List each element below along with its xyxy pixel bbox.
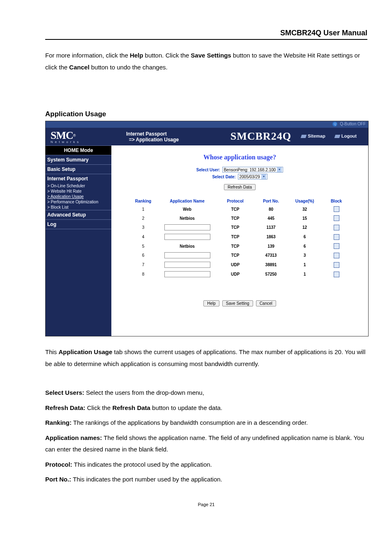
logout-link[interactable]: Logout [331,134,361,138]
cell-block [322,233,351,241]
sidebar-mode: HOME Mode [46,145,111,155]
sidebar-item[interactable]: Advanced Setup [46,210,111,219]
cell-block [322,270,351,279]
cell-protocol: TCP [217,214,254,222]
table-row: 2NetbiosTCP44515 [129,214,351,222]
th-appname: Application Name [158,198,217,204]
cell-port: 445 [254,214,288,222]
cell-protocol: TCP [217,233,254,241]
qbutton-label: Q-Button OFF [340,122,366,126]
cell-block [322,205,351,213]
th-port: Port No. [254,198,288,204]
usage-table: Ranking Application Name Protocol Port N… [129,197,351,279]
cell-appname: Netbios [158,214,217,222]
field-description: Protocol: This indicates the protocol us… [45,459,367,471]
cell-protocol: TCP [217,223,254,232]
table-row: 8UDP572501 [129,270,351,279]
block-checkbox[interactable] [334,243,339,249]
sidebar-subitem[interactable]: > On-Line Scheduler [46,183,111,189]
app-screenshot: Q Q-Button OFF SMC® Networks Internet Pa… [45,121,369,336]
sidebar-subitem[interactable]: > Application Usage [46,194,111,199]
cell-appname: Netbios [158,242,217,250]
cell-rank: 4 [129,233,158,241]
page-number: Page 21 [45,502,367,507]
sidebar-item[interactable]: Basic Setup [46,164,111,174]
intro-paragraph: For more information, click the Help but… [45,50,367,73]
cell-rank: 5 [129,242,158,250]
sidebar-subitem[interactable]: > Website Hit Rate [46,189,111,194]
field-description: Application names: The field shows the a… [45,432,367,456]
sidebar-item[interactable]: Internet Passport [46,174,111,183]
cell-usage: 1 [288,270,322,279]
select-date-label: Select Date: [212,175,235,179]
appname-input[interactable] [164,234,210,240]
breadcrumb: Internet Passport => Application Usage [116,128,231,145]
cell-rank: 3 [129,223,158,232]
cell-rank: 6 [129,251,158,260]
cell-block [322,260,351,269]
appname-input[interactable] [164,224,210,230]
select-date-dropdown[interactable]: 2005/03/29 ▾ [238,174,267,180]
select-date-value: 2005/03/29 [239,175,260,179]
appname-input[interactable] [164,252,210,258]
model-label: SMCBR24Q [231,128,297,145]
cell-block [322,223,351,232]
block-checkbox[interactable] [334,215,339,221]
cell-rank: 1 [129,205,158,213]
field-description: Refresh Data: Click the Refresh Data but… [45,402,367,414]
field-description: Port No.: This indicates the port number… [45,474,367,486]
appname-input[interactable] [164,262,210,268]
cell-usage: 6 [288,233,322,241]
block-checkbox[interactable] [334,272,339,277]
block-checkbox[interactable] [334,234,339,240]
cell-protocol: TCP [217,251,254,260]
logo-reg-icon: ® [73,134,76,138]
cell-appname [158,251,217,260]
sitemap-link[interactable]: Sitemap [297,134,330,138]
cell-port: 57250 [254,270,288,279]
cell-block [322,242,351,250]
cell-port: 80 [254,205,288,213]
select-user-label: Select User: [196,168,220,172]
select-user-value: BensonPeng: 192.168.2.100 [224,168,276,172]
th-usage: Usage(%) [288,198,322,204]
doc-title: SMCBR24Q User Manual [45,29,367,40]
field-description: Select Users: Select the users from the … [45,387,367,399]
table-row: 6TCP473133 [129,251,351,260]
block-checkbox[interactable] [334,253,339,258]
block-checkbox[interactable] [334,206,339,212]
sidebar-subitem[interactable]: > Performance Optimization [46,199,111,205]
table-row: 1WebTCP8032 [129,205,351,213]
select-user-dropdown[interactable]: BensonPeng: 192.168.2.100 ▾ [222,167,283,173]
cancel-button[interactable]: Cancel [256,300,276,306]
save-button[interactable]: Save Setting [222,300,253,306]
cell-usage: 15 [288,214,322,222]
block-checkbox[interactable] [334,225,339,230]
help-button[interactable]: Help [203,300,219,306]
th-ranking: Ranking [129,198,158,204]
qbutton-icon: Q [332,122,337,127]
table-row: 7UDP388911 [129,260,351,269]
block-checkbox[interactable] [334,262,339,268]
cell-port: 38891 [254,260,288,269]
cell-usage: 3 [288,251,322,260]
cell-appname [158,260,217,269]
cell-port: 47313 [254,251,288,260]
cell-appname [158,233,217,241]
sidebar-item[interactable]: Log [46,219,111,229]
refresh-data-button[interactable]: Refresh Data [224,184,256,190]
banner: SMC® Networks Internet Passport => Appli… [46,128,368,145]
table-row: 3TCP113712 [129,223,351,232]
sidebar: HOME Mode System SummaryBasic SetupInter… [46,145,111,336]
cell-protocol: TCP [217,205,254,213]
sidebar-item[interactable]: System Summary [46,155,111,164]
cell-usage: 6 [288,242,322,250]
chevron-down-icon: ▾ [277,167,282,172]
cell-port: 139 [254,242,288,250]
appname-input[interactable] [164,271,210,277]
cell-protocol: UDP [217,260,254,269]
table-row: 4TCP18636 [129,233,351,241]
cell-appname [158,270,217,279]
cell-protocol: TCP [217,242,254,250]
sidebar-subitem[interactable]: > Block List [46,205,111,210]
